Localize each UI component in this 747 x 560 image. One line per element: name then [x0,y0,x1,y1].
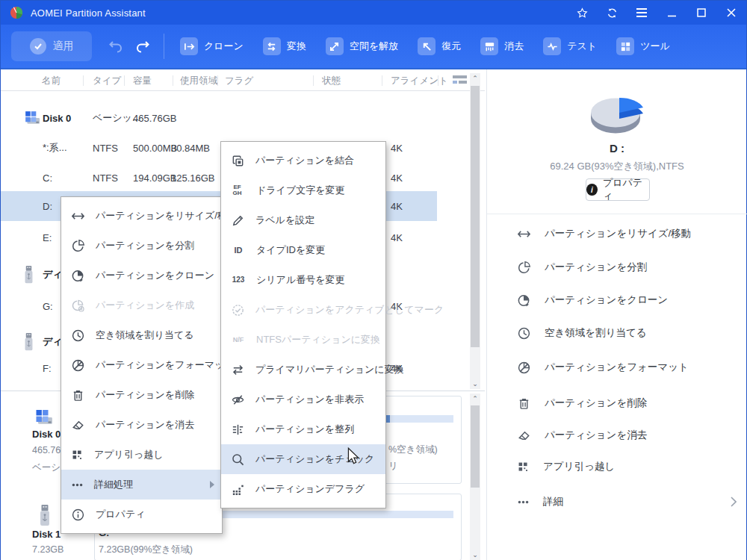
toolbar: 適用 クローン 変換 空間を解放 復元 消去 テスト [1,25,746,68]
submenu-defrag[interactable]: パーティションデフラグ [221,474,385,504]
disk0-partition-type-fragment: リ [388,460,398,473]
disk-usage-pie-chart [571,83,660,138]
menu-allocate[interactable]: 空き領域を割り当てる [61,320,222,350]
erase-icon [517,429,531,443]
usb-icon [38,504,52,527]
panel-action-split[interactable]: パーティションを分割 [487,252,747,282]
maximize-icon[interactable] [686,1,716,25]
toolbar-clone[interactable]: クローン [170,25,253,68]
col-status[interactable]: 状態 [322,75,341,87]
selected-drive-label: D : [487,142,747,155]
chevron-right-icon [731,497,737,507]
submenu-arrow-icon [210,481,214,488]
hamburger-icon[interactable] [627,1,657,25]
properties-button[interactable]: i プロパティ [586,178,650,201]
scroll-up-icon[interactable]: ⌃ [470,393,480,404]
convert-primary-icon [231,363,245,377]
scroll-up-icon[interactable]: ⌃ [470,73,480,84]
check-icon [30,38,46,55]
col-name[interactable]: 名前 [42,75,61,87]
drive-letter-icon: EF GH [231,184,244,196]
toolbar-test[interactable]: テスト [533,25,607,68]
col-flag[interactable]: フラグ [225,75,253,87]
menu-properties[interactable]: プロパティ [61,500,222,529]
panel-action-format[interactable]: パーティションをフォーマット [487,352,747,382]
scrollbar-thumb[interactable] [471,405,480,488]
panel-action-resize-move[interactable]: パーティションをリサイズ/移動 [487,219,747,249]
apply-button[interactable]: 適用 [11,31,92,61]
toolbar-tools[interactable]: ツール [607,25,680,68]
pencil-icon [231,214,245,228]
star-icon[interactable] [567,1,597,25]
test-icon [543,37,561,55]
erase-icon [71,418,85,432]
scrollbar-thumb[interactable] [471,86,480,347]
redo-icon[interactable] [135,40,150,53]
align-icon [231,423,245,437]
col-type[interactable]: タイプ [93,75,121,87]
resize-move-icon [517,227,531,241]
disk0-name: Disk 0 [32,429,61,440]
menu-delete[interactable]: パーティションを削除 [61,380,222,410]
allocate-icon [71,329,85,343]
submenu-set-label[interactable]: ラベルを設定 [221,205,385,235]
defrag-icon [231,482,245,497]
usb-icon [23,265,34,284]
menu-format[interactable]: パーティションをフォーマット [61,350,222,380]
panel-action-app-mover[interactable]: アプリ引っ越し [487,452,747,482]
submenu-merge[interactable]: パーティションを結合 [221,146,385,175]
table-scrollbar[interactable]: ⌃ ⌄ [470,73,480,389]
menu-app-mover[interactable]: アプリ引っ越し [61,440,222,470]
clone-icon [180,37,198,55]
table-row-disk0[interactable]: Disk 0 ベーシッ... 465.76GB [1,103,437,133]
submenu-hide[interactable]: パーティションを非表示 [221,385,385,414]
menu-advanced[interactable]: 詳細処理 [61,470,222,500]
menu-split[interactable]: パーティションを分割 [61,231,222,261]
toolbar-convert[interactable]: 変換 [253,25,316,68]
app-mover-icon [517,461,530,473]
col-alignment[interactable]: アライメント [391,75,448,87]
toolbar-restore[interactable]: 復元 [408,25,471,68]
app-window: AOMEI Partition Assistant 適用 クローン 変換 [0,0,747,560]
wipe-icon [480,37,498,55]
disk0-partition-size-fragment: %空き領域) [388,444,438,456]
disk1-name: Disk 1 [32,529,61,540]
menu-erase[interactable]: パーティションを消去 [61,410,222,440]
toolbar-free-space[interactable]: 空間を解放 [316,25,408,68]
panel-action-erase[interactable]: パーティションを消去 [487,420,747,450]
submenu-convert-primary[interactable]: プライマリパーティションに変換 [221,355,385,385]
submenu-change-serial[interactable]: 123 シリアル番号を変更 [221,265,385,295]
submenu-align[interactable]: パーティションを整列 [221,414,385,444]
submenu-change-drive-letter[interactable]: EF GH ドライブ文字を変更 [221,175,385,205]
col-used[interactable]: 使用領域 [180,75,217,87]
scroll-down-icon[interactable]: ⌄ [470,550,480,560]
app-mover-icon [71,449,84,461]
clone-partition-icon [517,293,531,308]
undo-icon[interactable] [108,40,123,53]
scroll-down-icon[interactable]: ⌄ [470,379,480,389]
col-capacity[interactable]: 容量 [133,75,152,87]
info-icon [71,508,85,522]
table-header: 名前 タイプ 容量 使用領域 フラグ 状態 アライメント [1,69,485,91]
close-icon[interactable] [716,1,746,25]
minimize-icon[interactable] [657,1,686,25]
tools-icon [616,37,634,55]
menu-resize-move[interactable]: パーティションをリサイズ/移動 [61,201,222,231]
delete-icon [517,396,531,411]
apply-label: 適用 [53,40,74,53]
disk-panel-scrollbar[interactable]: ⌃ ⌄ [470,393,480,560]
submenu-convert-ntfs: N/F NTFSパーティションに変換 [221,325,385,355]
titlebar: AOMEI Partition Assistant [1,1,746,25]
submenu-change-type-id[interactable]: ID タイプIDを変更 [221,235,385,265]
usb-icon [23,332,34,352]
panel-action-allocate[interactable]: 空き領域を割り当てる [487,318,747,348]
view-list-icon[interactable] [453,75,467,86]
context-menu: パーティションをリサイズ/移動 パーティションを分割 パーティションをクローン … [61,196,223,534]
sync-icon[interactable] [597,1,627,25]
panel-action-more[interactable]: 詳細 [487,487,747,517]
menu-clone[interactable]: パーティションをクローン [61,261,222,290]
toolbar-wipe[interactable]: 消去 [471,25,533,68]
resize-move-icon [71,209,85,223]
panel-action-clone[interactable]: パーティションをクローン [487,285,747,315]
panel-action-delete[interactable]: パーティションを削除 [487,388,747,418]
